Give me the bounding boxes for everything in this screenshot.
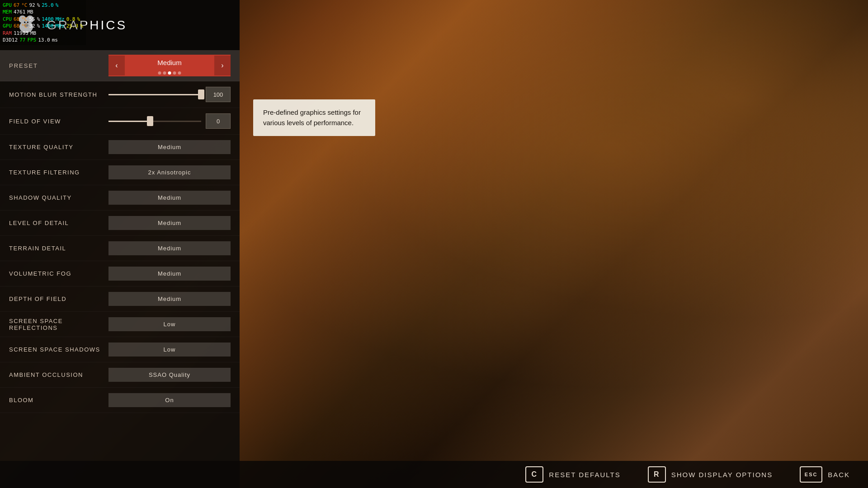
field-of-view-value[interactable]: 0	[206, 113, 231, 129]
preset-label: PRESET	[9, 62, 108, 69]
bloom-value[interactable]: On	[108, 393, 231, 407]
volumetric-fog-label: VOLUMETRIC FOG	[9, 270, 108, 277]
field-of-view-track[interactable]	[108, 121, 201, 122]
preset-tooltip: Pre-defined graphics settings for variou…	[253, 99, 375, 136]
motion-blur-label: MOTION BLUR STRENGTH	[9, 91, 108, 98]
motion-blur-value[interactable]: 100	[206, 87, 231, 102]
ambient-occlusion-value[interactable]: SSAO Quality	[108, 368, 231, 382]
field-of-view-fill	[108, 121, 150, 122]
texture-quality-row: TEXTURE QUALITY Medium	[0, 135, 240, 160]
texture-filtering-row: TEXTURE FILTERING 2x Anisotropic	[0, 160, 240, 185]
reset-defaults-label: RESET DEFAULTS	[549, 471, 620, 479]
show-display-options-label: SHOW DISPLAY OPTIONS	[671, 471, 773, 479]
shadow-quality-value[interactable]: Medium	[108, 191, 231, 205]
preset-row: PRESET ‹ Medium ›	[0, 50, 240, 81]
level-of-detail-value[interactable]: Medium	[108, 216, 231, 230]
screen-space-shadows-value[interactable]: Low	[108, 343, 231, 357]
settings-panel: GRAPHICS PRESET ‹ Medium › MOTION BLUR S	[0, 0, 240, 488]
terrain-detail-value[interactable]: Medium	[108, 241, 231, 255]
shadow-quality-row: SHADOW QUALITY Medium	[0, 185, 240, 211]
volumetric-fog-row: VOLUMETRIC FOG Medium	[0, 261, 240, 286]
dot-1	[158, 71, 161, 75]
preset-control: ‹ Medium ›	[108, 55, 231, 76]
screen-space-reflections-row: SCREEN SPACE REFLECTIONS Low	[0, 312, 240, 337]
volumetric-fog-value[interactable]: Medium	[108, 267, 231, 281]
field-of-view-thumb[interactable]	[147, 116, 153, 126]
preset-value: Medium	[125, 59, 214, 73]
preset-right-arrow[interactable]: ›	[214, 56, 231, 75]
dot-3	[168, 71, 171, 75]
tooltip-text: Pre-defined graphics settings for variou…	[263, 108, 365, 128]
level-of-detail-label: LEVEL OF DETAIL	[9, 220, 108, 226]
shadow-quality-label: SHADOW QUALITY	[9, 194, 108, 201]
preset-dots	[158, 71, 181, 75]
texture-filtering-label: TEXTURE FILTERING	[9, 169, 108, 176]
reset-defaults-key: C	[525, 466, 543, 483]
dot-2	[163, 71, 166, 75]
screen-space-shadows-label: SCREEN SPACE SHADOWS	[9, 346, 108, 353]
back-label: BACK	[828, 471, 850, 479]
terrain-detail-row: TERRAIN DETAIL Medium	[0, 236, 240, 261]
dot-5	[178, 71, 181, 75]
bottom-bar: C RESET DEFAULTS R SHOW DISPLAY OPTIONS …	[0, 461, 868, 488]
depth-of-field-label: DEPTH OF FIELD	[9, 296, 108, 302]
level-of-detail-row: LEVEL OF DETAIL Medium	[0, 211, 240, 236]
screen-space-reflections-label: SCREEN SPACE REFLECTIONS	[9, 318, 108, 331]
show-display-options-action[interactable]: R SHOW DISPLAY OPTIONS	[648, 466, 773, 483]
hud-overlay: GPU 67°C 92% 25.0% MEM 4761MB CPU 68°C 5…	[0, 0, 86, 45]
reset-defaults-action[interactable]: C RESET DEFAULTS	[525, 466, 620, 483]
motion-blur-fill	[108, 94, 201, 95]
dot-4	[173, 71, 176, 75]
texture-quality-label: TEXTURE QUALITY	[9, 144, 108, 150]
preset-left-arrow[interactable]: ‹	[108, 56, 125, 75]
back-action[interactable]: ESC BACK	[800, 466, 850, 483]
motion-blur-thumb[interactable]	[198, 89, 204, 99]
depth-of-field-value[interactable]: Medium	[108, 292, 231, 306]
settings-list: PRESET ‹ Medium › MOTION BLUR STRENGTH	[0, 50, 240, 413]
terrain-detail-label: TERRAIN DETAIL	[9, 245, 108, 252]
ambient-occlusion-label: AMBIENT OCCLUSION	[9, 371, 108, 378]
texture-filtering-value[interactable]: 2x Anisotropic	[108, 165, 231, 179]
depth-of-field-row: DEPTH OF FIELD Medium	[0, 286, 240, 312]
motion-blur-row: MOTION BLUR STRENGTH 100	[0, 81, 240, 108]
bloom-row: BLOOM On	[0, 388, 240, 413]
texture-quality-value[interactable]: Medium	[108, 140, 231, 154]
screen-space-shadows-row: SCREEN SPACE SHADOWS Low	[0, 337, 240, 362]
field-of-view-label: FIELD OF VIEW	[9, 118, 108, 125]
ambient-occlusion-row: AMBIENT OCCLUSION SSAO Quality	[0, 362, 240, 388]
motion-blur-track[interactable]	[108, 94, 201, 95]
bloom-label: BLOOM	[9, 397, 108, 404]
field-of-view-row: FIELD OF VIEW 0	[0, 108, 240, 135]
show-display-options-key: R	[648, 466, 666, 483]
back-key: ESC	[800, 466, 822, 483]
screen-space-reflections-value[interactable]: Low	[108, 317, 231, 331]
